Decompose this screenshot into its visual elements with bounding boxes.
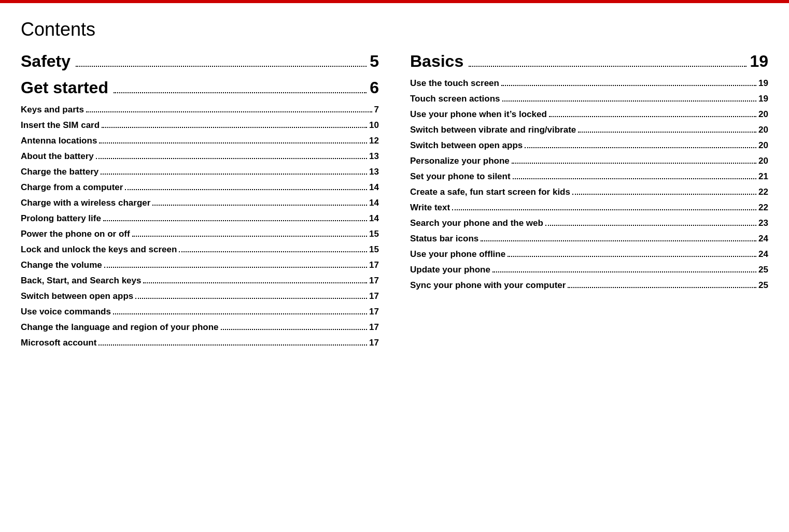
toc-page-num: 22 <box>758 187 768 197</box>
toc-page-num: 10 <box>369 120 379 131</box>
toc-entry-text: Switch between open apps <box>410 140 523 151</box>
toc-dots <box>152 205 367 206</box>
toc-entry-text: Charge the battery <box>21 167 98 177</box>
toc-page-num: 14 <box>369 213 379 224</box>
toc-dots <box>513 178 756 179</box>
toc-page-num: 20 <box>758 125 768 135</box>
toc-entry-text: Use your phone when it’s locked <box>410 109 547 120</box>
left-toc-item: Microsoft account17 <box>21 338 379 348</box>
toc-entry-text: Search your phone and the web <box>410 218 543 228</box>
toc-page-num: 20 <box>758 140 768 151</box>
toc-entry-text: Insert the SIM card <box>21 120 100 131</box>
left-toc-item: Power the phone on or off15 <box>21 229 379 239</box>
left-toc-item: Charge from a computer14 <box>21 182 379 193</box>
toc-entry-text: Touch screen actions <box>410 94 500 104</box>
toc-dots <box>568 287 756 288</box>
toc-page-num: 17 <box>369 260 379 270</box>
toc-page-num: 21 <box>758 171 768 182</box>
toc-entry-text: Change the language and region of your p… <box>21 322 219 333</box>
page-title: Contents <box>21 19 768 40</box>
left-toc-item: Use voice commands17 <box>21 307 379 317</box>
toc-dots <box>102 127 367 128</box>
toc-dots <box>572 194 756 195</box>
toc-page-num: 20 <box>758 109 768 120</box>
toc-dots <box>98 344 367 346</box>
toc-entry-text: Charge from a computer <box>21 182 123 193</box>
toc-entry-text: Switch between vibrate and ring/vibrate <box>410 125 576 135</box>
toc-entry-text: Personalize your phone <box>410 156 510 166</box>
toc-entry-text: Create a safe, fun start screen for kids <box>410 187 570 197</box>
toc-entry-text: Switch between open apps <box>21 291 133 301</box>
right-toc-item: Switch between vibrate and ring/vibrate2… <box>410 125 768 135</box>
toc-page-num: 25 <box>758 280 768 291</box>
safety-page: 5 <box>370 52 379 71</box>
toc-dots <box>549 116 756 117</box>
toc-entry-text: Microsoft account <box>21 338 96 348</box>
toc-entry-text: Charge with a wireless charger <box>21 198 150 208</box>
left-toc-item: Insert the SIM card10 <box>21 120 379 131</box>
right-entries: Use the touch screen19Touch screen actio… <box>410 78 768 291</box>
right-toc-item: Sync your phone with your computer25 <box>410 280 768 291</box>
toc-dots <box>101 174 367 175</box>
toc-entry-text: Update your phone <box>410 265 490 275</box>
toc-page-num: 7 <box>374 105 379 115</box>
right-toc-item: Create a safe, fun start screen for kids… <box>410 187 768 197</box>
toc-dots <box>113 313 367 314</box>
toc-dots <box>508 256 756 257</box>
right-toc-item: Update your phone25 <box>410 265 768 275</box>
right-column: Basics 19 Use the touch screen19Touch sc… <box>410 50 768 353</box>
toc-page-num: 22 <box>758 203 768 213</box>
toc-entry-text: Use the touch screen <box>410 78 499 89</box>
right-toc-item: Use your phone when it’s locked20 <box>410 109 768 120</box>
toc-page-num: 17 <box>369 307 379 317</box>
right-toc-item: Status bar icons24 <box>410 234 768 244</box>
basics-page: 19 <box>750 52 768 71</box>
toc-dots <box>125 189 367 190</box>
toc-entry-text: Prolong battery life <box>21 213 101 224</box>
toc-dots <box>578 132 756 133</box>
get-started-dots <box>114 92 367 93</box>
left-toc-item: Change the volume17 <box>21 260 379 270</box>
left-toc-item: Switch between open apps17 <box>21 291 379 301</box>
left-toc-item: Charge with a wireless charger14 <box>21 198 379 208</box>
toc-dots <box>99 142 367 143</box>
toc-page-num: 13 <box>369 167 379 177</box>
left-toc-item: Keys and parts7 <box>21 105 379 115</box>
toc-page-num: 14 <box>369 182 379 193</box>
toc-entry-text: Use your phone offline <box>410 249 505 260</box>
toc-entry-text: Keys and parts <box>21 105 84 115</box>
toc-page-num: 13 <box>369 151 379 162</box>
get-started-page: 6 <box>370 78 379 97</box>
toc-page-num: 24 <box>758 249 768 260</box>
toc-dots <box>143 282 367 283</box>
red-bar <box>0 0 789 3</box>
toc-dots <box>481 240 756 241</box>
toc-entry-text: Use voice commands <box>21 307 111 317</box>
toc-dots <box>96 158 367 159</box>
left-column: Safety 5 Get started 6 Keys and parts7In… <box>21 50 379 353</box>
right-toc-item: Use your phone offline24 <box>410 249 768 260</box>
toc-entry-text: Change the volume <box>21 260 102 270</box>
toc-page-num: 14 <box>369 198 379 208</box>
right-toc-item: Touch screen actions19 <box>410 94 768 104</box>
toc-page-num: 25 <box>758 265 768 275</box>
left-toc-item: About the battery13 <box>21 151 379 162</box>
safety-section-head: Safety 5 <box>21 52 379 71</box>
toc-dots <box>545 225 756 226</box>
basics-section-head: Basics 19 <box>410 52 768 71</box>
toc-page-num: 17 <box>369 322 379 333</box>
right-toc-item: Use the touch screen19 <box>410 78 768 89</box>
toc-entry-text: Back, Start, and Search keys <box>21 276 141 286</box>
right-toc-item: Write text22 <box>410 203 768 213</box>
toc-dots <box>221 329 368 330</box>
left-toc-item: Lock and unlock the keys and screen15 <box>21 245 379 255</box>
left-toc-item: Prolong battery life14 <box>21 213 379 224</box>
toc-page-num: 17 <box>369 291 379 301</box>
toc-dots <box>501 85 756 86</box>
toc-page-num: 17 <box>369 276 379 286</box>
right-toc-item: Search your phone and the web23 <box>410 218 768 228</box>
toc-page-num: 24 <box>758 234 768 244</box>
toc-page-num: 23 <box>758 218 768 228</box>
right-toc-item: Set your phone to silent21 <box>410 171 768 182</box>
toc-entry-text: Sync your phone with your computer <box>410 280 566 291</box>
